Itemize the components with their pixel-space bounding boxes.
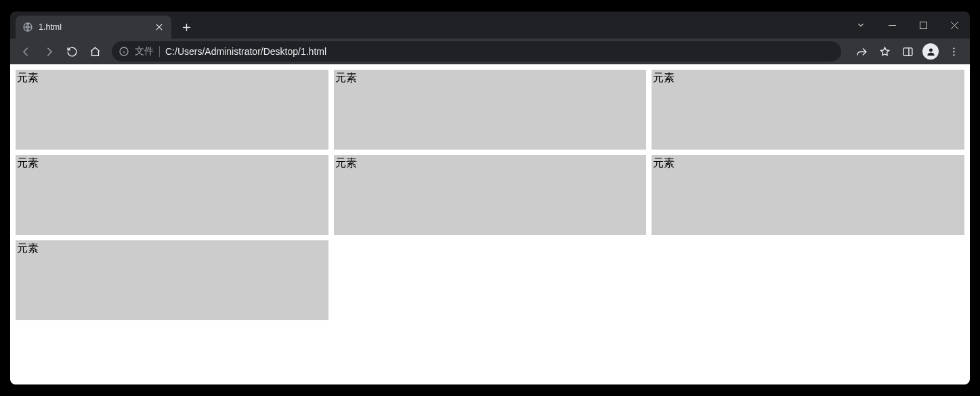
window-controls [845, 12, 970, 39]
tab-title: 1.html [39, 22, 148, 32]
toolbar-right [851, 41, 964, 62]
grid-card: 元素 [16, 70, 328, 150]
grid-card: 元素 [334, 155, 647, 235]
window-minimize-button[interactable] [876, 14, 908, 36]
reload-button[interactable] [62, 41, 82, 62]
svg-point-5 [953, 47, 954, 49]
tab-strip: 1.html [10, 12, 970, 39]
avatar-icon [922, 43, 939, 60]
globe-icon [22, 22, 33, 32]
address-bar[interactable]: 文件 C:/Users/Administrator/Desktop/1.html [112, 41, 841, 62]
grid-card: 元素 [16, 240, 328, 320]
grid-card: 元素 [652, 70, 964, 150]
page-viewport: 元素元素元素元素元素元素元素 [10, 64, 970, 384]
forward-button[interactable] [39, 41, 59, 62]
bookmark-button[interactable] [874, 41, 895, 62]
window-maximize-button[interactable] [908, 14, 939, 36]
grid-card: 元素 [652, 155, 964, 235]
svg-rect-1 [920, 22, 926, 28]
tab-close-button[interactable] [154, 22, 165, 32]
share-button[interactable] [851, 41, 872, 62]
browser-window: 1.html [10, 12, 970, 384]
side-panel-button[interactable] [897, 41, 918, 62]
window-close-button[interactable] [939, 14, 970, 36]
svg-point-4 [929, 48, 933, 51]
omnibox-divider [159, 46, 160, 57]
back-button[interactable] [16, 41, 36, 62]
url-text: C:/Users/Administrator/Desktop/1.html [165, 46, 834, 57]
tab-search-button[interactable] [845, 14, 876, 36]
browser-tab[interactable]: 1.html [16, 16, 171, 39]
browser-toolbar: 文件 C:/Users/Administrator/Desktop/1.html [10, 39, 970, 64]
svg-rect-3 [903, 47, 912, 55]
menu-button[interactable] [943, 41, 964, 62]
url-scheme-label: 文件 [135, 45, 154, 58]
profile-button[interactable] [920, 41, 941, 62]
home-button[interactable] [85, 41, 105, 62]
card-grid: 元素元素元素元素元素元素元素 [16, 70, 964, 320]
new-tab-button[interactable] [177, 18, 196, 37]
svg-point-7 [953, 54, 954, 56]
grid-card: 元素 [16, 155, 328, 235]
grid-card: 元素 [334, 70, 647, 150]
site-info-icon[interactable] [119, 46, 129, 57]
page-body: 元素元素元素元素元素元素元素 [10, 64, 970, 384]
svg-point-6 [953, 51, 954, 52]
